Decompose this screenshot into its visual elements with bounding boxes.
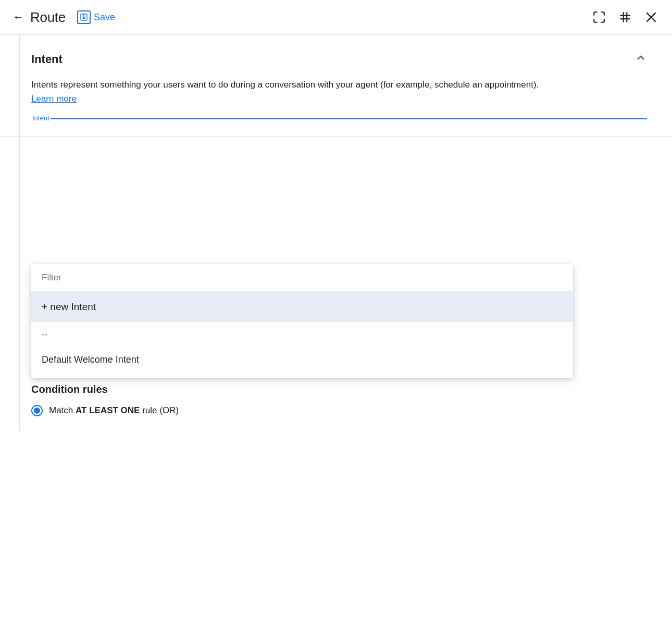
page-title: Route (30, 9, 66, 26)
dropdown-filter-area (31, 264, 573, 292)
close-icon[interactable] (643, 9, 659, 26)
header-left: ← Route Save (13, 7, 591, 27)
new-intent-option[interactable]: + new Intent (31, 292, 573, 322)
save-icon (77, 10, 91, 24)
fullscreen-icon[interactable] (591, 9, 607, 26)
save-label: Save (94, 12, 115, 23)
header-right (591, 9, 659, 26)
intent-description: Intents represent something your users w… (31, 78, 647, 106)
match-at-least-one-radio[interactable] (31, 405, 43, 416)
intent-input-label: Intent (31, 114, 51, 122)
grid-icon[interactable] (617, 9, 633, 26)
save-button[interactable]: Save (72, 7, 120, 27)
learn-more-link[interactable]: Learn more (31, 94, 77, 104)
intent-section: Intent Intents represent something your … (0, 35, 672, 137)
collapse-icon[interactable] (634, 52, 647, 67)
default-welcome-intent-option[interactable]: Default Welcome Intent (31, 347, 573, 378)
intent-dropdown: + new Intent -- Default Welcome Intent (31, 264, 573, 378)
back-button[interactable]: ← (13, 11, 24, 23)
section-title: Intent (31, 53, 63, 66)
main-content: Intent Intents represent something your … (0, 35, 672, 431)
intent-input-bar (31, 118, 647, 119)
section-header: Intent (31, 52, 647, 67)
radio-inner (34, 407, 40, 414)
intent-input-container: Intent (31, 118, 647, 119)
separator-option: -- (31, 322, 573, 347)
dropdown-filter-input[interactable] (42, 273, 563, 283)
header: ← Route Save (0, 0, 672, 35)
match-rule-label: Match AT LEAST ONE rule (OR) (49, 405, 179, 416)
condition-rules-title: Condition rules (31, 384, 647, 395)
match-rule-row: Match AT LEAST ONE rule (OR) (31, 405, 647, 416)
